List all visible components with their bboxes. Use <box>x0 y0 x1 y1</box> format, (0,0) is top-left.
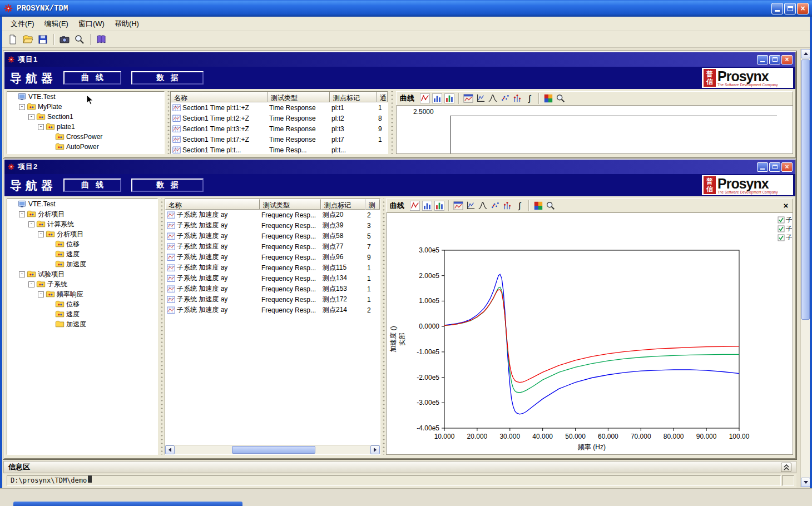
tab-curves[interactable]: 曲线 <box>63 178 121 192</box>
bar-blue-button[interactable] <box>421 200 433 212</box>
tree-item[interactable]: CrossPower <box>7 132 164 142</box>
tree-item[interactable]: - 子系统 <box>7 279 157 289</box>
new-doc-button[interactable] <box>6 32 19 46</box>
collapse-info-button[interactable] <box>781 463 791 472</box>
maximize-button[interactable] <box>769 162 780 172</box>
bar-multi-button[interactable] <box>443 92 455 105</box>
tree-expander-icon[interactable]: - <box>28 221 34 227</box>
peak-button[interactable] <box>477 200 489 212</box>
tab-curves[interactable]: 曲线 <box>63 71 121 85</box>
tree-item[interactable]: - MyPlate <box>7 102 164 112</box>
menu-edit[interactable]: 编辑(E) <box>39 17 73 31</box>
main-titlebar[interactable]: PROSYNX/TDM × <box>0 0 812 17</box>
maximize-button[interactable] <box>769 55 780 65</box>
tab-data[interactable]: 数据 <box>131 71 204 85</box>
scroll-down-button[interactable] <box>801 478 810 487</box>
table-row[interactable]: 子系统 加速度 ay Frequency Resp... 测点153 1 <box>165 284 380 294</box>
legend-item[interactable]: 子 <box>778 233 792 242</box>
table-row[interactable]: 子系统 加速度 ay Frequency Resp... 测点58 5 <box>165 231 380 241</box>
tree-item[interactable]: 加速度 <box>7 319 157 329</box>
column-header[interactable]: 测点标记 <box>330 92 377 102</box>
tree-expander-icon[interactable]: - <box>38 291 44 297</box>
tree-item[interactable]: - 试验项目 <box>7 269 157 279</box>
tree-item[interactable]: - Section1 <box>7 112 164 122</box>
chart-frame-button[interactable] <box>462 92 474 105</box>
menu-help[interactable]: 帮助(H) <box>110 17 144 31</box>
close-button[interactable]: × <box>781 55 793 65</box>
magnifier-button[interactable] <box>72 32 86 46</box>
splitter[interactable] <box>160 199 164 455</box>
tree-item[interactable]: VTE.Test <box>7 92 164 102</box>
tree-item[interactable]: - plate1 <box>7 122 164 132</box>
tree-item[interactable]: VTE.Test <box>7 199 157 209</box>
table-row[interactable]: 子系统 加速度 ay Frequency Resp... 测点20 2 <box>165 210 380 220</box>
tree-item[interactable]: - 频率响应 <box>7 289 157 299</box>
project2-titlebar[interactable]: 项目2 × <box>4 160 795 174</box>
axes-button[interactable] <box>474 92 487 105</box>
close-chart-button[interactable]: × <box>781 201 791 211</box>
tree-item[interactable]: - 分析项目 <box>7 229 157 239</box>
scatter-button[interactable] <box>489 200 501 212</box>
legend-item[interactable]: 子 <box>778 224 792 233</box>
table-row[interactable]: Section1 Time pl:t7:+Z Time Response pl:… <box>171 134 388 145</box>
tree-item[interactable]: 速度 <box>7 249 157 259</box>
scroll-left-button[interactable] <box>165 445 175 454</box>
heatmap-button[interactable] <box>542 92 554 105</box>
tree-item[interactable]: 位移 <box>7 239 157 249</box>
tab-data[interactable]: 数据 <box>131 178 204 192</box>
tree-item[interactable]: 位移 <box>7 299 157 309</box>
table-row[interactable]: 子系统 加速度 ay Frequency Resp... 测点115 1 <box>165 262 380 273</box>
camera-button[interactable] <box>57 32 71 46</box>
open-folder-button[interactable] <box>21 32 34 46</box>
table-row[interactable]: 子系统 加速度 ay Frequency Resp... 测点214 2 <box>165 305 380 315</box>
save-button[interactable] <box>36 32 49 46</box>
tree-item[interactable]: 加速度 <box>7 259 157 269</box>
magnifier-button[interactable] <box>554 92 567 105</box>
menu-window[interactable]: 窗口(W) <box>73 17 110 31</box>
lollipop-button[interactable] <box>501 200 513 212</box>
table-row[interactable]: Section1 Time pl:t2:+Z Time Response pl:… <box>171 113 388 123</box>
minimize-button[interactable] <box>757 55 768 65</box>
integral-button[interactable]: ∫ <box>513 200 526 212</box>
tree-expander-icon[interactable]: - <box>19 211 25 217</box>
tree-expander-icon[interactable]: - <box>38 124 44 130</box>
mdi-vertical-scrollbar[interactable] <box>800 49 810 487</box>
table-row[interactable]: Section1 Time pl:t... Time Resp... pl:t.… <box>171 145 388 154</box>
line-red-button[interactable] <box>419 92 431 105</box>
scatter-button[interactable] <box>499 92 511 105</box>
column-header[interactable]: 名称 <box>165 199 260 210</box>
column-header[interactable]: 测试类型 <box>260 199 321 210</box>
maximize-button[interactable] <box>784 3 796 14</box>
tree-expander-icon[interactable]: - <box>19 271 25 277</box>
project1-titlebar[interactable]: 项目1 × <box>4 52 795 67</box>
scroll-up-button[interactable] <box>801 49 810 58</box>
table-row[interactable]: 子系统 加速度 ay Frequency Resp... 测点172 1 <box>165 294 380 305</box>
help-book-button[interactable] <box>94 32 108 46</box>
column-header[interactable]: 通 <box>377 92 388 102</box>
tree-expander-icon[interactable]: - <box>38 231 44 237</box>
column-header[interactable]: 测试类型 <box>268 92 330 102</box>
axes-button[interactable] <box>464 200 477 212</box>
tree-expander-icon[interactable]: - <box>19 104 25 110</box>
splitter[interactable] <box>382 199 385 455</box>
table-row[interactable]: Section1 Time pl:t1:+Z Time Response pl:… <box>171 102 388 113</box>
peak-button[interactable] <box>487 92 499 105</box>
tree-item[interactable]: - 分析项目 <box>7 209 157 219</box>
column-header[interactable]: 名称 <box>171 92 268 102</box>
table-row[interactable]: 子系统 加速度 ay Frequency Resp... 测点39 3 <box>165 220 380 231</box>
magnifier-button[interactable] <box>544 200 557 212</box>
table-row[interactable]: 子系统 加速度 ay Frequency Resp... 测点77 7 <box>165 241 380 252</box>
tree-expander-icon[interactable]: - <box>28 114 34 120</box>
scrollbar-thumb[interactable] <box>232 446 315 454</box>
scrollbar-thumb[interactable] <box>801 59 810 320</box>
column-header[interactable]: 测点标记 <box>321 199 365 210</box>
line-red-button[interactable] <box>409 200 421 212</box>
close-button[interactable]: × <box>781 162 793 172</box>
scroll-right-button[interactable] <box>370 445 380 454</box>
minimize-button[interactable] <box>771 3 783 14</box>
splitter[interactable] <box>390 91 394 154</box>
bar-multi-button[interactable] <box>433 200 445 212</box>
tree-expander-icon[interactable]: - <box>28 281 34 287</box>
heatmap-button[interactable] <box>532 200 544 212</box>
legend-item[interactable]: 子 <box>778 215 792 224</box>
